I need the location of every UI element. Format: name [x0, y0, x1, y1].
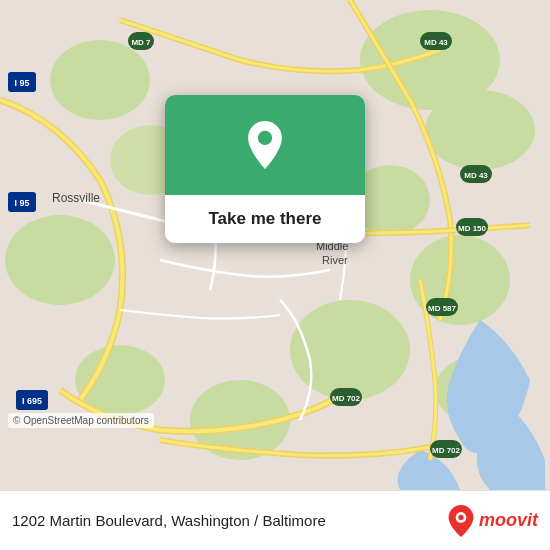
svg-text:MD 702: MD 702 — [432, 446, 461, 455]
popup-card: Take me there — [165, 95, 365, 243]
svg-text:I 95: I 95 — [14, 78, 29, 88]
moovit-logo: moovit — [447, 505, 538, 537]
bottom-bar: 1202 Martin Boulevard, Washington / Balt… — [0, 490, 550, 550]
svg-text:I 95: I 95 — [14, 198, 29, 208]
svg-point-2 — [425, 90, 535, 170]
svg-text:MD 43: MD 43 — [424, 38, 448, 47]
map-container: I 95 I 95 I 695 MD 7 MD MD 43 MD 43 MD 1… — [0, 0, 550, 490]
location-pin-icon — [241, 121, 289, 169]
svg-text:MD 702: MD 702 — [332, 394, 361, 403]
moovit-brand-label: moovit — [479, 510, 538, 531]
svg-point-6 — [50, 40, 150, 120]
svg-point-8 — [5, 215, 115, 305]
svg-point-39 — [458, 514, 463, 519]
svg-text:MD 150: MD 150 — [458, 224, 487, 233]
svg-text:MD 43: MD 43 — [464, 171, 488, 180]
svg-text:I 695: I 695 — [22, 396, 42, 406]
copyright-text: © OpenStreetMap contributors — [8, 413, 154, 428]
moovit-pin-icon — [447, 505, 475, 537]
address-label: 1202 Martin Boulevard, Washington / Balt… — [12, 512, 447, 529]
popup-green-area — [165, 95, 365, 195]
svg-text:Rossville: Rossville — [52, 191, 100, 205]
take-me-there-button[interactable]: Take me there — [165, 195, 365, 243]
svg-point-37 — [258, 131, 272, 145]
svg-text:River: River — [322, 254, 348, 266]
svg-text:MD 587: MD 587 — [428, 304, 457, 313]
svg-text:MD 7: MD 7 — [131, 38, 151, 47]
